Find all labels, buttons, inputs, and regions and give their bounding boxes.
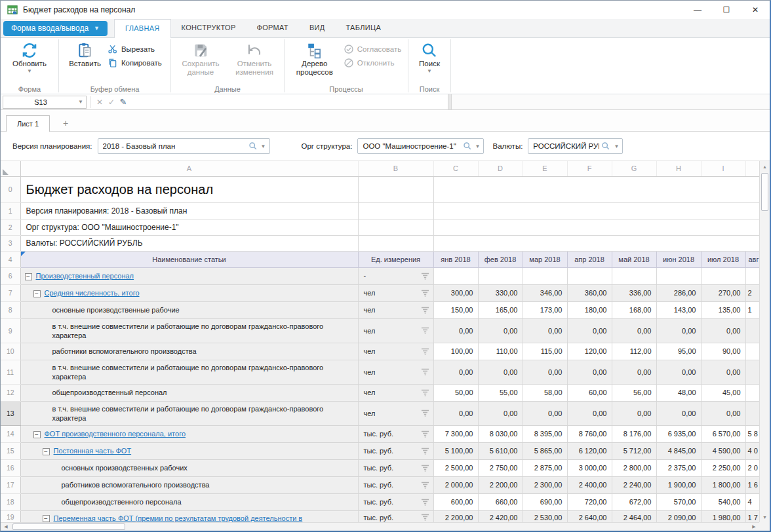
empty-merged-cell[interactable]: [433, 176, 759, 202]
column-letter-partial[interactable]: [745, 161, 759, 176]
value-cell[interactable]: 6 570,00: [701, 425, 745, 442]
item-name-cell[interactable]: в т.ч. внешние совместители и работающие…: [20, 360, 358, 384]
header-month-6[interactable]: июн 2018: [656, 251, 701, 267]
value-cell[interactable]: 2 250,00: [701, 459, 745, 476]
value-cell[interactable]: [701, 267, 745, 284]
unit-cell[interactable]: чел: [358, 284, 433, 301]
value-cell[interactable]: 0,00: [612, 401, 656, 425]
unit-cell[interactable]: -: [358, 267, 433, 284]
value-cell[interactable]: 0,00: [656, 360, 701, 384]
value-cell[interactable]: 336,00: [612, 284, 656, 301]
filter-funnel-icon[interactable]: [421, 499, 429, 506]
value-cell[interactable]: 570,00: [656, 493, 701, 510]
row-header[interactable]: 7: [1, 284, 20, 301]
select-all-corner[interactable]: [1, 161, 20, 176]
row-header[interactable]: 16: [1, 459, 20, 476]
row-header[interactable]: 12: [1, 384, 20, 401]
value-cell-partial[interactable]: [745, 360, 759, 384]
value-cell[interactable]: 110,00: [478, 343, 523, 360]
value-cell[interactable]: 4 590,00: [701, 442, 745, 459]
add-sheet-button[interactable]: +: [63, 118, 68, 131]
cell-reference-box[interactable]: S13 ▼: [3, 96, 87, 109]
unit-cell[interactable]: чел: [358, 301, 433, 318]
unit-cell[interactable]: чел: [358, 401, 433, 425]
value-cell[interactable]: 0,00: [612, 360, 656, 384]
value-cell[interactable]: 60,00: [567, 384, 612, 401]
column-letter-D[interactable]: D: [478, 161, 523, 176]
value-cell[interactable]: 165,00: [478, 301, 523, 318]
item-link[interactable]: Постоянная часть ФОТ: [54, 447, 132, 455]
row-header[interactable]: 0: [1, 176, 20, 202]
header-unit-column[interactable]: Ед. измерения: [358, 251, 433, 267]
value-cell[interactable]: 0,00: [523, 318, 567, 343]
item-link[interactable]: Переменная часть ФОТ (премии по результа…: [54, 514, 303, 522]
save-data-button[interactable]: Сохранить данные: [174, 41, 227, 78]
row-header[interactable]: 17: [1, 476, 20, 493]
sheet-tab[interactable]: Лист 1: [6, 115, 50, 132]
filter-funnel-icon[interactable]: [421, 430, 429, 438]
value-cell[interactable]: 0,00: [567, 360, 612, 384]
filter-funnel-icon[interactable]: [421, 482, 429, 489]
filter-funnel-icon[interactable]: [421, 514, 429, 521]
unit-cell[interactable]: чел: [358, 360, 433, 384]
value-cell-partial[interactable]: 1: [745, 301, 759, 318]
horizontal-scroll-thumb[interactable]: [12, 523, 125, 530]
value-cell[interactable]: 168,00: [612, 301, 656, 318]
value-cell[interactable]: 0,00: [478, 401, 523, 425]
value-cell[interactable]: 4 845,00: [656, 442, 701, 459]
filter-funnel-icon[interactable]: [421, 327, 429, 334]
header-month-3[interactable]: мар 2018: [523, 251, 567, 267]
value-cell[interactable]: 270,00: [701, 284, 745, 301]
value-cell[interactable]: [612, 267, 656, 284]
value-cell[interactable]: 180,00: [567, 301, 612, 318]
value-cell[interactable]: 0,00: [433, 318, 478, 343]
value-cell[interactable]: 1 900,00: [656, 476, 701, 493]
item-name-cell[interactable]: в т.ч. внешние совместители и работающие…: [20, 401, 358, 425]
copy-button[interactable]: Копировать: [105, 57, 165, 69]
row-header[interactable]: 19: [1, 510, 20, 523]
currency-filter-combo[interactable]: РОССИЙСКИЙ РУБЛЬ ▼: [528, 138, 623, 154]
value-cell[interactable]: 3 000,00: [567, 459, 612, 476]
column-letter-E[interactable]: E: [523, 161, 567, 176]
value-cell[interactable]: 8 176,00: [612, 425, 656, 442]
menu-tab-КОНСТРУКТОР[interactable]: КОНСТРУКТОР: [171, 19, 247, 37]
row-header[interactable]: 14: [1, 425, 20, 442]
vertical-scrollbar[interactable]: ▲ ▼: [759, 161, 770, 522]
value-cell[interactable]: 6 935,00: [656, 425, 701, 442]
value-cell[interactable]: 100,00: [433, 343, 478, 360]
refresh-button[interactable]: Обновить ▼: [9, 41, 50, 75]
value-cell[interactable]: 0,00: [656, 401, 701, 425]
reject-button[interactable]: Отклонить: [341, 57, 404, 69]
value-cell[interactable]: 2 640,00: [567, 510, 612, 523]
value-cell[interactable]: 0,00: [612, 318, 656, 343]
value-cell[interactable]: 0,00: [567, 401, 612, 425]
value-cell[interactable]: [567, 267, 612, 284]
maximize-button[interactable]: ☐: [712, 1, 741, 19]
value-cell[interactable]: 2 200,00: [478, 476, 523, 493]
unit-cell[interactable]: тыс. руб.: [358, 493, 433, 510]
value-cell[interactable]: 2 240,00: [612, 476, 656, 493]
empty-merged-cell[interactable]: [433, 219, 759, 235]
value-cell-partial[interactable]: [745, 343, 759, 360]
empty-cell[interactable]: [358, 235, 433, 251]
value-cell[interactable]: 135,00: [701, 301, 745, 318]
horizontal-scrollbar[interactable]: ◀ ▶: [1, 522, 759, 531]
value-cell[interactable]: 540,00: [701, 493, 745, 510]
menu-tab-ФОРМАТ[interactable]: ФОРМАТ: [247, 19, 299, 37]
value-cell[interactable]: 0,00: [433, 360, 478, 384]
group-name-cell[interactable]: −Переменная часть ФОТ (премии по результ…: [20, 510, 358, 523]
value-cell[interactable]: 0,00: [701, 318, 745, 343]
filter-funnel-icon[interactable]: [421, 447, 429, 455]
unit-cell[interactable]: чел: [358, 343, 433, 360]
collapse-icon[interactable]: −: [43, 448, 50, 455]
item-link[interactable]: Производственный персонал: [36, 272, 134, 280]
filter-funnel-icon[interactable]: [421, 409, 429, 417]
menu-tab-ВИД[interactable]: ВИД: [299, 19, 336, 37]
value-cell[interactable]: 2 530,00: [523, 510, 567, 523]
value-cell[interactable]: 330,00: [478, 284, 523, 301]
scroll-left-button[interactable]: ◀: [1, 523, 11, 531]
row-header[interactable]: 9: [1, 318, 20, 343]
value-cell[interactable]: 143,00: [656, 301, 701, 318]
close-button[interactable]: ✕: [741, 1, 770, 19]
value-cell[interactable]: 2 200,00: [433, 510, 478, 523]
